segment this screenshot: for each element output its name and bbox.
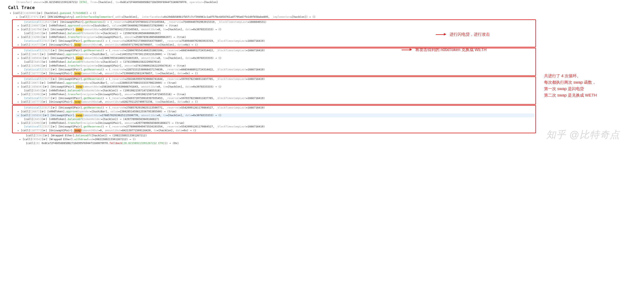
loop-box-1: 进行闪电贷，进行攻击 将攻击得到的 n00dToken 兑换成 WETH [st…: [12, 19, 536, 48]
trace-line-swap[interactable]: [call][185834][] [UniswapV2Pair].swap(am…: [16, 114, 534, 117]
trace-line[interactable]: [call][645][] [n00dToken].balanceOf(toke…: [19, 117, 534, 121]
trace-line-fallback[interactable]: [call][0] 0x8Ca72F46056D85DB271Dd305F694…: [21, 141, 644, 145]
trace-line[interactable]: [call][13208][] [n00dToken].transfer(rec…: [16, 64, 534, 68]
eye-slash-icon[interactable]: [43, 43, 46, 47]
trace-line[interactable]: [call][645][] [n00dToken].balanceOf(toke…: [19, 60, 534, 64]
trace-line[interactable]: [call][13208][] [n00dToken].transfer(rec…: [16, 93, 534, 96]
trace-line[interactable]: [call][645][] [n00dToken].balanceOf(toke…: [19, 89, 534, 93]
trace-line-swap[interactable]: [call][16777][] [UniswapV2Pair].swap(amo…: [16, 72, 534, 75]
eye-slash-icon[interactable]: [44, 85, 47, 89]
eye-slash-icon[interactable]: [43, 60, 46, 64]
eye-slash-icon[interactable]: [52, 68, 55, 71]
trace-line-swap[interactable]: [call][185834][] [UniswapV2Pair].swap(am…: [16, 56, 534, 60]
loop-box-3: [staticcall][517][] [UniswapV2Pair].getR…: [12, 76, 536, 105]
caret-right-icon[interactable]: [18, 114, 20, 117]
trace-line[interactable]: [staticcall][517][] [UniswapV2Pair].getR…: [19, 77, 534, 81]
eye-slash-icon[interactable]: [41, 81, 44, 85]
trace-line[interactable]: [call][2667][] [n00dToken].approve(spend…: [16, 53, 534, 56]
trace-line[interactable]: [staticcall][517][] [UniswapV2Pair].getR…: [19, 49, 534, 53]
watermark: 知乎 @比特奇点: [546, 128, 620, 141]
eye-slash-icon[interactable]: [43, 72, 46, 75]
eye-slash-icon[interactable]: [52, 49, 55, 52]
caret-right-icon[interactable]: [18, 43, 20, 47]
trace-line[interactable]: [call][13208][] [n00dToken].transfer(rec…: [16, 121, 534, 125]
caret-right-icon[interactable]: [18, 93, 20, 96]
loop-box-4: [staticcall][517][] [UniswapV2Pair].getR…: [12, 105, 536, 133]
eye-slash-icon[interactable]: [43, 138, 46, 141]
eye-slash-icon[interactable]: [45, 134, 48, 137]
eye-slash-icon[interactable]: [44, 28, 47, 31]
caret-right-icon[interactable]: [16, 15, 19, 19]
eye-slash-icon[interactable]: [54, 20, 57, 24]
eye-slash-icon[interactable]: [52, 97, 55, 100]
call-trace-heading: Call Trace: [8, 5, 644, 10]
trace-line[interactable]: [staticcall][517][] [UniswapV2Pair].getR…: [19, 39, 534, 43]
caret-right-icon[interactable]: [19, 138, 22, 141]
annotation-arrow-1: 进行闪电贷，进行攻击: [436, 32, 490, 37]
eye-slash-icon[interactable]: [44, 114, 47, 117]
caret-right-icon[interactable]: [18, 53, 20, 56]
caret-right-icon[interactable]: [18, 57, 20, 60]
eye-slash-icon[interactable]: [41, 53, 44, 56]
eye-slash-icon[interactable]: [43, 32, 46, 35]
caret-right-icon[interactable]: [18, 85, 20, 89]
caret-right-icon[interactable]: [18, 72, 20, 75]
eye-slash-icon[interactable]: [43, 93, 46, 96]
eye-slash-icon[interactable]: [52, 39, 55, 43]
trace-line[interactable]: [call][24667][] [n00dToken].approve(spen…: [16, 24, 534, 28]
caret-right-icon[interactable]: [18, 36, 20, 39]
trace-line-swap[interactable]: [call][16777][] [UniswapV2Pair].swap(amo…: [16, 129, 534, 132]
loop-box-2: [staticcall][517][] [UniswapV2Pair].getR…: [12, 48, 536, 76]
caret-right-icon[interactable]: [18, 129, 20, 132]
side-annotation: 共进行了 4 次循环。 每次都执行两次 swap 函数， 第一次 swap 是闪…: [544, 73, 633, 98]
eye-slash-icon[interactable]: [43, 100, 46, 104]
trace-line[interactable]: [staticcall][517][] [UniswapV2Pair].getR…: [19, 125, 534, 129]
top-transfer-line: [transfer] amount=20.821589213301267212 …: [14, 1, 644, 4]
trace-line[interactable]: [call][2667][] [n00dToken].approve(spend…: [16, 110, 534, 114]
eye-slash-icon[interactable]: [43, 36, 46, 39]
eye-slash-icon[interactable]: [52, 77, 55, 81]
caret-right-icon[interactable]: [18, 121, 20, 125]
trace-line[interactable]: [call][2667][] [n00dToken].approve(spend…: [16, 81, 534, 85]
trace-line-swap[interactable]: [call][16777][] [UniswapV2Pair].swap(amo…: [16, 100, 534, 104]
eye-slash-icon[interactable]: [43, 24, 46, 28]
eye-slash-icon[interactable]: [43, 129, 46, 132]
trace-line-swap[interactable]: [call][241794][] [UniswapV2Pair].swap(am…: [16, 28, 534, 32]
eye-slash-icon[interactable]: [52, 106, 55, 110]
eye-slash-icon[interactable]: [38, 12, 41, 15]
eye-slash-icon[interactable]: [44, 57, 47, 60]
eye-slash-icon[interactable]: [52, 125, 55, 128]
trace-line[interactable]: [staticcall][517][] [UniswapV2Pair].getR…: [19, 68, 534, 72]
caret-right-icon[interactable]: [18, 24, 20, 28]
erc1820-call-line[interactable]: [call][27371][] [ERC1820Registry].setInt…: [14, 15, 644, 19]
caret-right-icon[interactable]: [18, 100, 20, 104]
root-call-line[interactable]: [call][1163600][] [hackCon].guessed_fc7e…: [8, 11, 644, 15]
eye-slash-icon[interactable]: [42, 15, 44, 19]
eye-slash-icon[interactable]: [43, 64, 46, 68]
caret-down-icon[interactable]: [10, 12, 12, 15]
caret-right-icon[interactable]: [18, 81, 20, 85]
caret-right-icon[interactable]: [18, 64, 20, 68]
trace-line-swap[interactable]: [call][185834][] [UniswapV2Pair].swap(am…: [16, 85, 534, 89]
caret-right-icon[interactable]: [18, 110, 20, 113]
trace-line-swap[interactable]: [call][41477][] [UniswapV2Pair].swap(amo…: [16, 43, 534, 47]
eye-slash-icon[interactable]: [43, 121, 46, 125]
eye-slash-icon[interactable]: [43, 89, 46, 92]
caret-right-icon[interactable]: [18, 28, 20, 31]
eye-slash-icon[interactable]: [41, 110, 44, 113]
trace-line[interactable]: [staticcall][2517][] [UniswapV2Pair].get…: [19, 20, 534, 24]
trace-line[interactable]: [staticcall][517][] [UniswapV2Pair].getR…: [19, 96, 534, 100]
eye-slash-icon[interactable]: [43, 118, 46, 121]
trace-line[interactable]: [staticcall][517][] [UniswapV2Pair].getR…: [19, 106, 534, 110]
